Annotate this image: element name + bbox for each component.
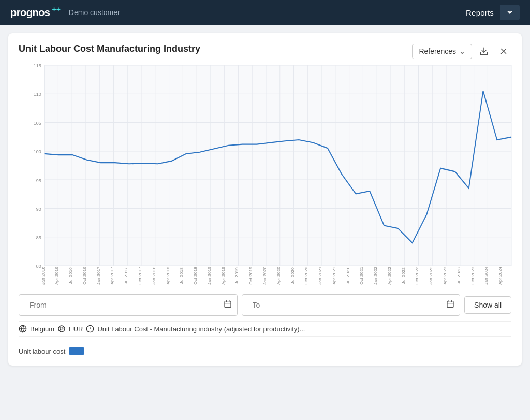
svg-text:Jul 2022: Jul 2022 (401, 267, 406, 284)
reports-button[interactable]: Reports (460, 4, 500, 21)
svg-text:Oct 2018: Oct 2018 (193, 266, 198, 284)
svg-text:100: 100 (34, 149, 41, 154)
close-icon (499, 47, 508, 56)
app-header: prognos++ Demo customer Reports (0, 0, 530, 25)
logo: prognos++ (10, 7, 61, 19)
chart-container: 115 110 105 100 95 90 85 80 Jan 2016 Apr… (19, 65, 511, 288)
svg-text:Oct 2019: Oct 2019 (248, 266, 253, 284)
chevron-down-icon (506, 9, 513, 16)
main-card: Unit Labour Cost Manufacturing Industry … (8, 33, 522, 366)
chevron-down-icon: ⌄ (459, 47, 465, 55)
svg-text:Apr 2022: Apr 2022 (387, 266, 392, 284)
close-button[interactable] (496, 46, 511, 57)
svg-text:Apr 2018: Apr 2018 (166, 266, 170, 284)
svg-text:Apr 2023: Apr 2023 (443, 266, 447, 284)
svg-text:Apr 2016: Apr 2016 (55, 266, 60, 284)
svg-text:Jul 2018: Jul 2018 (180, 267, 184, 284)
legend-swatch (69, 347, 84, 355)
svg-text:Jul 2016: Jul 2016 (68, 267, 73, 284)
svg-text:110: 110 (34, 92, 41, 97)
svg-text:Jul 2020: Jul 2020 (290, 267, 295, 284)
header-left: prognos++ Demo customer (10, 7, 120, 19)
download-icon (479, 47, 489, 56)
svg-text:Oct 2020: Oct 2020 (304, 266, 309, 284)
svg-text:Jul 2017: Jul 2017 (124, 267, 129, 284)
svg-text:Jul 2023: Jul 2023 (457, 267, 461, 284)
show-all-button[interactable]: Show all (464, 296, 511, 314)
info-description: Unit Labour Cost - Manufacturing industr… (97, 325, 305, 333)
globe-icon (19, 325, 27, 333)
logo-plus: ++ (52, 5, 61, 13)
svg-text:Apr 2020: Apr 2020 (276, 266, 281, 284)
svg-rect-88 (225, 301, 231, 308)
card-title: Unit Labour Cost Manufacturing Industry (19, 44, 200, 54)
from-input-group (19, 294, 238, 316)
svg-text:85: 85 (36, 235, 41, 240)
to-input[interactable] (247, 298, 447, 312)
customer-name: Demo customer (69, 8, 120, 17)
svg-rect-3 (45, 65, 511, 266)
date-controls-wrapper: Show all (19, 294, 511, 316)
info-row: Belgium EUR Unit Labour Cost - Manufactu… (19, 321, 511, 337)
svg-text:Jan 2018: Jan 2018 (152, 266, 156, 285)
svg-rect-92 (447, 301, 453, 308)
legend-row: Unit labour cost (19, 343, 511, 355)
svg-text:Oct 2022: Oct 2022 (415, 266, 420, 284)
svg-text:Jan 2021: Jan 2021 (318, 266, 322, 285)
svg-text:Jul 2019: Jul 2019 (235, 267, 240, 284)
download-button[interactable] (476, 46, 492, 57)
svg-text:Jan 2024: Jan 2024 (484, 266, 489, 285)
references-button[interactable]: References ⌄ (412, 44, 472, 59)
svg-text:Apr 2017: Apr 2017 (110, 266, 115, 284)
svg-text:Apr 2019: Apr 2019 (221, 266, 226, 284)
card-actions: References ⌄ (412, 44, 511, 59)
from-input[interactable] (24, 298, 224, 312)
chart-svg: 115 110 105 100 95 90 85 80 Jan 2016 Apr… (19, 65, 511, 288)
svg-text:Oct 2021: Oct 2021 (360, 266, 364, 284)
svg-text:115: 115 (34, 63, 41, 68)
svg-text:105: 105 (34, 121, 41, 126)
svg-text:Jan 2016: Jan 2016 (41, 266, 46, 285)
svg-text:90: 90 (36, 206, 41, 211)
header-dropdown-button[interactable] (500, 5, 520, 20)
svg-text:Jan 2020: Jan 2020 (262, 266, 267, 285)
svg-text:Jan 2022: Jan 2022 (373, 266, 378, 285)
legend-label: Unit labour cost (19, 347, 65, 355)
references-label: References (419, 47, 456, 55)
svg-text:Jan 2019: Jan 2019 (207, 266, 212, 285)
svg-text:Oct 2016: Oct 2016 (82, 266, 87, 284)
svg-text:95: 95 (36, 178, 41, 183)
info-icon (86, 325, 94, 333)
header-right: Reports (460, 4, 520, 21)
svg-text:Oct 2017: Oct 2017 (138, 266, 142, 284)
svg-text:Oct 2023: Oct 2023 (470, 266, 475, 284)
logo-text: prognos (10, 7, 50, 19)
svg-text:Jan 2017: Jan 2017 (96, 266, 101, 285)
to-input-group (242, 294, 461, 316)
svg-text:Jan 2023: Jan 2023 (429, 266, 434, 285)
currency-label: EUR (69, 325, 83, 333)
card-header: Unit Labour Cost Manufacturing Industry … (19, 44, 511, 59)
svg-text:Apr 2021: Apr 2021 (332, 266, 336, 284)
to-calendar-icon[interactable] (446, 300, 454, 310)
country-label: Belgium (30, 325, 54, 333)
svg-text:Jul 2021: Jul 2021 (346, 267, 350, 284)
svg-text:Apr 2024: Apr 2024 (498, 266, 503, 284)
from-calendar-icon[interactable] (224, 300, 232, 310)
currency-icon (57, 325, 66, 333)
